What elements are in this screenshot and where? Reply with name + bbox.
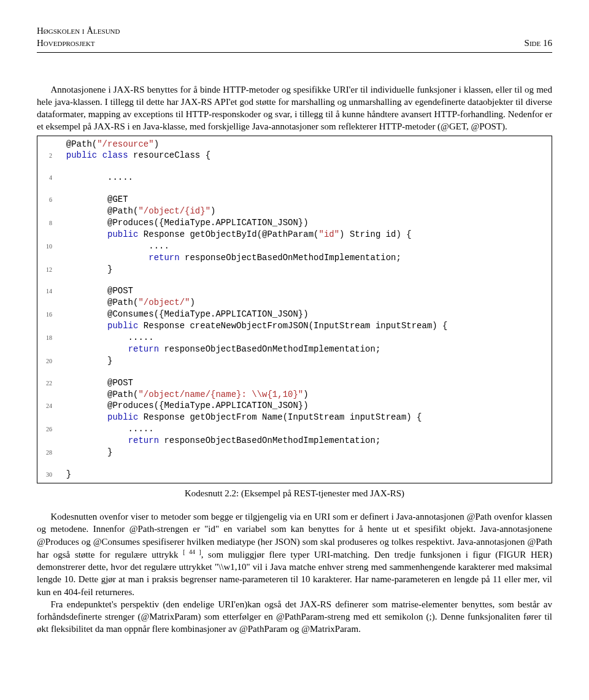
line-number: 2 xyxy=(41,152,52,160)
line-number: 16 xyxy=(41,310,52,319)
line-number: 20 xyxy=(41,357,52,366)
line-number: 18 xyxy=(41,334,52,342)
line-number: 24 xyxy=(41,402,52,410)
institution: Høgskolen i Ålesund xyxy=(37,25,120,37)
line-number: 6 xyxy=(41,196,52,204)
line-number: 22 xyxy=(41,379,52,388)
paragraph-intro: Annotasjonene i JAX-RS benyttes for å bi… xyxy=(37,83,552,133)
line-number: 14 xyxy=(41,287,52,296)
line-number: 10 xyxy=(41,242,52,251)
line-number: 26 xyxy=(41,425,52,434)
listing-caption: Kodesnutt 2.2: (Eksempel på REST-tjenest… xyxy=(37,487,552,499)
line-number: 8 xyxy=(41,219,52,228)
project: Hovedprosjekt xyxy=(37,37,120,49)
line-number: 4 xyxy=(41,174,52,182)
paragraph-explain: Kodesnutten ovenfor viser to metoder som… xyxy=(37,510,552,598)
code-listing: @Path("/resource") 2 public class resour… xyxy=(37,136,552,483)
citation: [ 44 ] xyxy=(183,548,201,555)
header-right: Side 16 xyxy=(525,25,552,50)
header-rule xyxy=(37,52,552,53)
page-number: Side 16 xyxy=(525,37,552,49)
page-header: Høgskolen i Ålesund Hovedprosjekt Side 1… xyxy=(37,25,552,50)
line-number: 30 xyxy=(41,471,52,479)
header-left: Høgskolen i Ålesund Hovedprosjekt xyxy=(37,25,120,50)
line-number: 28 xyxy=(41,448,52,457)
line-number: 12 xyxy=(41,266,52,274)
paragraph-endpoint: Fra endepunktet's perspektiv (den endeli… xyxy=(37,598,552,636)
